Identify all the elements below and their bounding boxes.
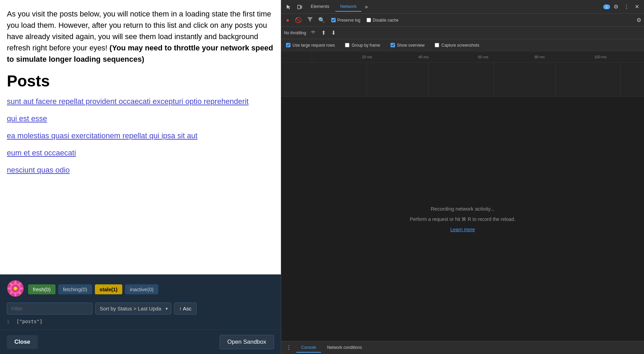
query-number: 1 (7, 319, 14, 324)
capture-screenshots-checkbox[interactable] (435, 43, 439, 47)
more-tabs-button[interactable]: » (363, 2, 370, 11)
use-large-rows-option: Use large request rows (286, 43, 335, 48)
sort-select[interactable]: Sort by Status > Last Upda (95, 303, 171, 315)
timeline-left-col (281, 51, 312, 62)
record-button[interactable]: ● (284, 16, 292, 25)
query-row: 1 ["posts"] (7, 319, 274, 324)
close-button[interactable]: Close (7, 335, 38, 349)
tick-20ms: 20 ms (362, 55, 372, 59)
throttle-wifi-button[interactable] (309, 29, 317, 37)
tick-80ms: 80 ms (534, 55, 545, 59)
network-empty-state: Recording network activity... Perform a … (281, 97, 644, 341)
capture-screenshots-option: Capture screenshots (435, 43, 479, 48)
left-panel: As you visit the posts below, you will n… (0, 0, 281, 354)
upload-button[interactable]: ⬆ (320, 29, 327, 37)
post-link-2[interactable]: qui est esse (7, 114, 274, 123)
network-options-row: Use large request rows Group by frame Sh… (281, 39, 644, 51)
filter-button[interactable] (305, 16, 315, 25)
preserve-log-checkbox: Preserve log (331, 18, 360, 23)
tab-console[interactable]: Console (296, 343, 321, 353)
throttle-label: No throttling (284, 31, 306, 35)
use-large-rows-label: Use large request rows (293, 43, 335, 48)
download-button[interactable]: ⬇ (330, 29, 337, 37)
network-toolbar: ● 🚫 🔍 Preserve log Disable cache ⚙ (281, 14, 644, 27)
group-by-frame-option: Group by frame (345, 43, 380, 48)
clear-button[interactable]: 🚫 (293, 15, 304, 25)
disable-cache-checkbox: Disable cache (367, 18, 398, 23)
svg-point-5 (19, 287, 23, 290)
posts-heading: Posts (7, 72, 274, 90)
timeline-vline-1 (367, 62, 367, 96)
post-link-3[interactable]: ea molestias quasi exercitationem repell… (7, 131, 274, 140)
query-value: ["posts"] (16, 319, 42, 324)
cursor-tool-button[interactable] (284, 3, 294, 11)
tick-40ms: 40 ms (418, 55, 429, 59)
timeline-header: 20 ms 40 ms 60 ms 80 ms 100 ms (281, 51, 644, 62)
tick-100ms: 100 ms (594, 55, 607, 59)
action-buttons: Close Open Sandbox (0, 330, 281, 354)
devtools-topbar: Elements Network » 1 ⚙ ⋮ ✕ (281, 0, 644, 14)
recording-instruction-text: Perform a request or hit ⌘ R to record t… (410, 216, 515, 222)
group-by-frame-label: Group by frame (351, 43, 380, 48)
post-link-1[interactable]: sunt aut facere repellat provident occae… (7, 97, 274, 106)
filter-input[interactable] (7, 303, 92, 315)
preserve-log-label: Preserve log (337, 18, 360, 23)
show-overview-checkbox[interactable] (391, 43, 395, 47)
bottom-section: fresh(0) fetching(0) stale(1) inactive(0… (0, 274, 281, 354)
search-button[interactable]: 🔍 (316, 15, 327, 25)
fresh-status-button[interactable]: fresh(0) (28, 284, 55, 294)
devtools-bottom-bar: ⋮ Console Network conditions (281, 341, 644, 354)
use-large-rows-checkbox[interactable] (286, 43, 290, 47)
group-by-frame-checkbox[interactable] (345, 43, 349, 47)
timeline-vline-3 (494, 62, 494, 96)
svg-point-9 (8, 287, 12, 290)
device-toolbar-button[interactable] (295, 3, 305, 11)
open-sandbox-button[interactable]: Open Sandbox (220, 335, 274, 349)
network-settings-button[interactable]: ⚙ (636, 17, 641, 23)
timeline-vline-4 (555, 62, 556, 96)
more-options-button[interactable]: ⋮ (622, 2, 631, 11)
timeline-vline-2 (428, 62, 429, 96)
disable-cache-label: Disable cache (373, 18, 398, 23)
svg-rect-12 (301, 6, 302, 8)
tab-network[interactable]: Network (335, 2, 361, 12)
svg-point-7 (14, 292, 16, 296)
asc-button[interactable]: ↑ Asc (174, 303, 197, 315)
post-link-5[interactable]: nesciunt quas odio (7, 166, 274, 175)
filter-row: Sort by Status > Last Upda ↑ Asc (7, 303, 274, 315)
error-counter-badge: 1 (603, 4, 610, 9)
stale-status-button[interactable]: stale(1) (95, 284, 123, 294)
capture-screenshots-label: Capture screenshots (441, 43, 479, 48)
svg-point-2 (14, 287, 17, 290)
tab-network-conditions[interactable]: Network conditions (322, 343, 367, 353)
devtools-panel: Elements Network » 1 ⚙ ⋮ ✕ ● 🚫 🔍 Preserv… (281, 0, 644, 354)
tab-elements[interactable]: Elements (306, 2, 334, 12)
learn-more-link[interactable]: Learn more (450, 227, 475, 232)
post-link-4[interactable]: eum et est occaecati (7, 149, 274, 157)
network-toolbar2: No throttling ⬆ ⬇ (281, 27, 644, 39)
show-overview-label: Show overview (397, 43, 425, 48)
tick-60ms: 60 ms (478, 55, 488, 59)
logo-icon (7, 280, 24, 298)
svg-point-3 (14, 281, 16, 285)
show-overview-option: Show overview (391, 43, 425, 48)
devtools-bottom-dots[interactable]: ⋮ (284, 343, 294, 352)
timeline-body (281, 62, 644, 97)
inactive-status-button[interactable]: inactive(0) (125, 284, 158, 294)
disable-cache-input[interactable] (367, 18, 371, 22)
query-devtools-toolbar: fresh(0) fetching(0) stale(1) inactive(0… (0, 274, 281, 330)
settings-gear-button[interactable]: ⚙ (611, 2, 620, 11)
close-devtools-button[interactable]: ✕ (633, 2, 641, 11)
recording-status-text: Recording network activity... (431, 206, 494, 212)
preserve-log-input[interactable] (331, 18, 336, 22)
sort-wrapper: Sort by Status > Last Upda (95, 303, 171, 315)
main-content: As you visit the posts below, you will n… (0, 0, 281, 274)
timeline-vline-5 (620, 62, 621, 96)
intro-paragraph: As you visit the posts below, you will n… (7, 8, 274, 65)
status-buttons: fresh(0) fetching(0) stale(1) inactive(0… (28, 284, 158, 294)
fetching-status-button[interactable]: fetching(0) (58, 284, 92, 294)
svg-rect-11 (298, 5, 300, 9)
